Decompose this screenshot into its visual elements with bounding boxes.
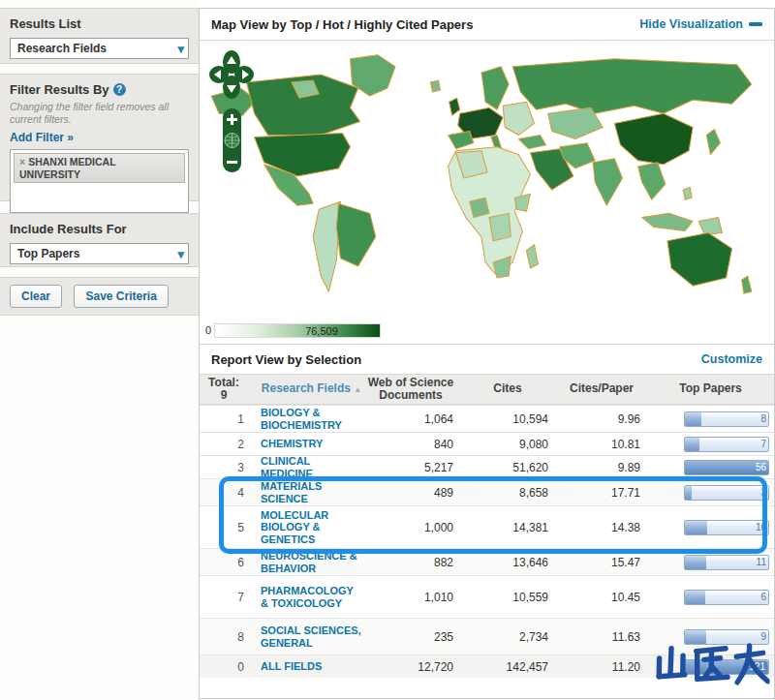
- column-header-cites-per-paper[interactable]: Cites/Paper: [556, 382, 647, 395]
- field-link[interactable]: SOCIAL SCIENCES, GENERAL: [248, 624, 362, 648]
- world-map[interactable]: [203, 45, 771, 312]
- field-link[interactable]: ALL FIELDS: [248, 660, 362, 672]
- save-criteria-button[interactable]: Save Criteria: [74, 285, 168, 308]
- active-filters-box: ×SHANXI MEDICAL UNIVERSITY: [10, 149, 189, 213]
- include-results-dropdown[interactable]: Top Papers ▾: [10, 243, 189, 264]
- minus-icon: [749, 22, 762, 26]
- field-link[interactable]: CLINICAL MEDICINE: [248, 455, 362, 478]
- table-row-highlighted: 4 MATERIALS SCIENCE 489 8,658 17.71 3: [200, 478, 774, 505]
- field-link[interactable]: NEUROSCIENCE & BEHAVIOR: [248, 550, 362, 573]
- map-view-title: Map View by Top / Hot / Highly Cited Pap…: [211, 17, 473, 32]
- map-area: [200, 41, 774, 317]
- main-panel: Map View by Top / Hot / Highly Cited Pap…: [199, 8, 775, 699]
- table-row-highlighted: 5 MOLECULAR BIOLOGY & GENETICS 1,000 14,…: [200, 505, 774, 548]
- results-list-dropdown-value: Research Fields: [17, 42, 107, 55]
- column-header-cites[interactable]: Cites: [459, 382, 556, 395]
- sort-asc-icon: ▲: [354, 385, 361, 394]
- report-view-header: Report View by Selection Customize: [200, 344, 774, 374]
- report-view-title: Report View by Selection: [211, 352, 361, 367]
- clear-button[interactable]: Clear: [10, 285, 62, 308]
- zoom-control: [223, 108, 241, 172]
- filter-help-text: Changing the filter field removes all cu…: [10, 101, 189, 126]
- table-row: 8 SOCIAL SCIENCES, GENERAL 235 2,734 11.…: [200, 618, 774, 654]
- remove-filter-icon[interactable]: ×: [19, 156, 25, 167]
- help-icon[interactable]: ?: [113, 83, 126, 96]
- table-row: 2 CHEMISTRY 840 9,080 10.81 7: [200, 432, 774, 455]
- legend-max-label: 76,509: [305, 324, 338, 339]
- report-table: Total:9 Research Fields ▲ Web of Science…: [200, 374, 774, 678]
- top-papers-bar: 11: [684, 555, 769, 570]
- map-view-header: Map View by Top / Hot / Highly Cited Pap…: [200, 9, 774, 41]
- legend-gradient-bar: 76,509: [214, 323, 381, 338]
- pan-control: [209, 50, 254, 99]
- field-link[interactable]: MOLECULAR BIOLOGY & GENETICS: [248, 509, 362, 544]
- column-header-research-fields[interactable]: Research Fields ▲: [248, 382, 362, 395]
- table-row: 3 CLINICAL MEDICINE 5,217 51,620 9.89 56: [200, 455, 774, 478]
- top-papers-bar: 56: [684, 460, 769, 475]
- field-link[interactable]: CHEMISTRY: [248, 438, 362, 449]
- total-header: Total:9: [200, 377, 248, 402]
- add-filter-link[interactable]: Add Filter »: [10, 131, 74, 144]
- map-legend: 0 76,509: [200, 317, 774, 344]
- actions-section: Clear Save Criteria: [0, 277, 199, 316]
- field-link[interactable]: BIOLOGY & BIOCHEMISTRY: [248, 407, 362, 430]
- top-papers-bar: 10: [684, 520, 769, 535]
- hide-visualization-link[interactable]: Hide Visualization: [639, 17, 762, 31]
- chevron-down-icon: ▾: [177, 248, 184, 260]
- table-row: 7 PHARMACOLOGY & TOXICOLOGY 1,010 10,559…: [200, 575, 774, 618]
- filter-tag-label: SHANXI MEDICAL UNIVERSITY: [19, 156, 115, 180]
- top-papers-bar: 3: [684, 485, 769, 501]
- column-header-documents[interactable]: Web of Science Documents: [362, 377, 459, 402]
- include-results-section: Include Results For Top Papers ▾: [0, 213, 199, 267]
- map-controls[interactable]: [209, 48, 258, 194]
- results-list-dropdown[interactable]: Research Fields ▾: [10, 38, 189, 59]
- top-papers-bar: 121: [684, 659, 769, 675]
- table-row: 6 NEUROSCIENCE & BEHAVIOR 882 13,646 15.…: [200, 548, 774, 575]
- table-row-all-fields: 0 ALL FIELDS 12,720 142,457 11.20 121: [200, 654, 774, 678]
- column-header-top-papers[interactable]: Top Papers: [647, 382, 774, 395]
- top-papers-bar: 8: [684, 411, 769, 427]
- top-papers-bar: 7: [684, 437, 769, 452]
- filter-heading: Filter Results By?: [10, 82, 189, 97]
- field-link[interactable]: PHARMACOLOGY & TOXICOLOGY: [248, 585, 362, 608]
- customize-link[interactable]: Customize: [701, 352, 762, 366]
- legend-min-label: 0: [205, 324, 211, 336]
- top-papers-bar: 6: [684, 590, 769, 605]
- chevron-down-icon: ▾: [177, 43, 184, 55]
- include-results-dropdown-value: Top Papers: [17, 247, 79, 260]
- filter-tag[interactable]: ×SHANXI MEDICAL UNIVERSITY: [14, 153, 185, 183]
- filter-section: Filter Results By? Changing the filter f…: [0, 74, 199, 201]
- top-papers-bar: 9: [684, 629, 769, 645]
- results-list-heading: Results List: [10, 16, 189, 31]
- include-results-heading: Include Results For: [10, 222, 189, 236]
- field-link[interactable]: MATERIALS SCIENCE: [248, 480, 362, 503]
- table-header-row: Total:9 Research Fields ▲ Web of Science…: [200, 374, 774, 405]
- results-list-section: Results List Research Fields ▾: [0, 8, 199, 64]
- page: Results List Research Fields ▾ Filter Re…: [0, 0, 775, 700]
- table-row: 1 BIOLOGY & BIOCHEMISTRY 1,064 10,594 9.…: [200, 405, 774, 432]
- sidebar: Results List Research Fields ▾ Filter Re…: [0, 0, 199, 700]
